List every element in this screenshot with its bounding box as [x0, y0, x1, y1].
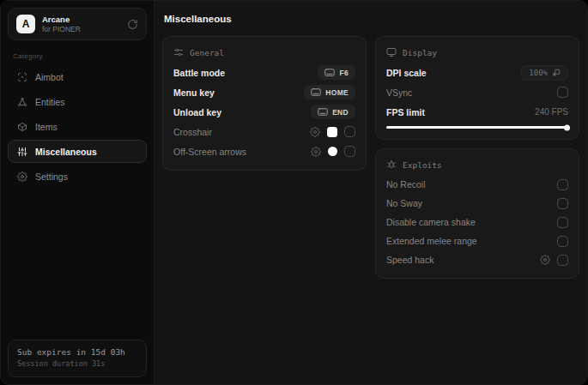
setting-row-battle-mode: Battle mode F6 — [173, 63, 355, 82]
monitor-icon — [386, 47, 397, 57]
general-panel-header: General — [173, 45, 355, 60]
setting-label: DPI scale — [386, 68, 427, 78]
exploits-panel: Exploits No Recoil No Sway Disable camer… — [375, 148, 579, 279]
setting-label: Battle mode — [173, 68, 225, 78]
profile-text: Arcane for PIONER — [42, 15, 120, 34]
setting-label: Unload key — [173, 107, 221, 117]
sub-expiry-text: Sub expires in 15d 03h — [17, 346, 137, 358]
fps-limit-slider[interactable] — [386, 124, 568, 130]
setting-label: Disable camera shake — [386, 217, 476, 227]
app-name: Arcane — [42, 15, 120, 25]
toggles-icon — [173, 47, 184, 57]
general-panel-title: General — [190, 48, 224, 57]
session-duration-text: Session duration 31s — [17, 358, 137, 370]
no-recoil-checkbox[interactable] — [557, 179, 568, 190]
setting-row-no-sway: No Sway — [386, 194, 568, 213]
sidebar-item-label: Aimbot — [35, 72, 64, 82]
refresh-icon[interactable] — [127, 19, 138, 30]
sidebar-item-entities[interactable]: Entities — [8, 90, 147, 113]
app-logo: A — [16, 15, 35, 33]
color-swatch[interactable] — [328, 147, 337, 156]
sidebar-item-items[interactable]: Items — [8, 115, 147, 138]
display-panel-header: Display — [386, 45, 568, 60]
general-panel: General Battle mode F6 Menu key — [162, 36, 367, 171]
gear-icon[interactable] — [540, 255, 550, 265]
package-icon — [16, 122, 27, 132]
setting-label: Crosshair — [173, 127, 212, 137]
no-sway-checkbox[interactable] — [557, 198, 568, 209]
setting-label: No Recoil — [386, 179, 426, 189]
unload-keybind[interactable]: END — [311, 105, 355, 119]
setting-label: Menu key — [173, 87, 215, 98]
setting-row-dpi-scale: DPI scale 100% — [386, 63, 568, 82]
sidebar-item-label: Items — [35, 122, 58, 132]
menu-keybind[interactable]: HOME — [304, 85, 355, 99]
gear-icon — [16, 171, 27, 182]
scaling-icon — [552, 69, 561, 77]
dpi-scale-value: 100% — [529, 69, 548, 77]
slider-knob[interactable] — [564, 124, 570, 130]
profile-card: A Arcane for PIONER — [8, 8, 147, 40]
keybind-value: F6 — [339, 69, 349, 77]
entities-icon — [16, 97, 27, 107]
sidebar-item-label: Settings — [35, 171, 68, 182]
color-swatch[interactable] — [327, 127, 337, 137]
vsync-checkbox[interactable] — [557, 87, 568, 98]
sidebar-item-settings[interactable]: Settings — [8, 165, 147, 188]
crosshair-icon — [16, 72, 27, 82]
setting-label: VSync — [386, 87, 412, 98]
bug-icon — [386, 159, 397, 170]
sidebar-item-miscellaneous[interactable]: Miscellaneous — [8, 140, 147, 163]
dpi-scale-select[interactable]: 100% — [521, 65, 568, 81]
exploits-panel-header: Exploits — [386, 157, 568, 172]
extended-melee-range-checkbox[interactable] — [557, 236, 568, 247]
setting-row-fps-limit: FPS limit 240 FPS — [386, 102, 568, 122]
setting-row-disable-camera-shake: Disable camera shake — [386, 213, 568, 232]
gear-icon[interactable] — [310, 127, 320, 137]
row-controls — [311, 146, 355, 157]
slider-fill — [386, 126, 568, 129]
display-panel: Display DPI scale 100% VSync — [375, 36, 579, 140]
keybind-value: HOME — [325, 88, 349, 97]
row-controls — [310, 126, 355, 137]
category-label: Category — [13, 52, 147, 60]
subscription-info: Sub expires in 15d 03h Session duration … — [8, 340, 147, 377]
right-column: Display DPI scale 100% VSync — [375, 36, 579, 279]
slider-track — [386, 126, 568, 129]
setting-row-no-recoil: No Recoil — [386, 175, 568, 194]
setting-row-vsync: VSync — [386, 82, 568, 102]
keyboard-icon — [318, 108, 328, 116]
crosshair-checkbox[interactable] — [344, 126, 355, 137]
setting-label: Off-Screen arrows — [173, 147, 246, 157]
battle-mode-keybind[interactable]: F6 — [318, 65, 355, 80]
app-window: A Arcane for PIONER Category Aimbot — [0, 0, 588, 385]
offscreen-arrows-checkbox[interactable] — [344, 146, 355, 157]
keyboard-icon — [324, 69, 335, 76]
fps-limit-value: 240 FPS — [535, 107, 568, 117]
setting-row-crosshair: Crosshair — [173, 122, 355, 141]
sidebar-item-label: Entities — [35, 97, 64, 107]
setting-label: Extended melee range — [386, 236, 477, 246]
panel-columns: General Battle mode F6 Menu key — [162, 36, 579, 279]
setting-label: Speed hack — [386, 255, 433, 265]
sliders-icon — [16, 147, 27, 157]
setting-row-unload-key: Unload key END — [173, 102, 355, 122]
sidebar-nav: Aimbot Entities Items Miscellaneous — [8, 65, 147, 188]
gear-icon[interactable] — [311, 147, 321, 157]
speed-hack-checkbox[interactable] — [557, 255, 568, 266]
setting-row-menu-key: Menu key HOME — [173, 82, 355, 102]
app-logo-letter: A — [22, 18, 30, 30]
sidebar-item-label: Miscellaneous — [35, 147, 97, 157]
setting-row-extended-melee-range: Extended melee range — [386, 232, 568, 250]
keyboard-icon — [311, 88, 321, 96]
exploits-panel-title: Exploits — [403, 160, 442, 170]
setting-label: FPS limit — [386, 107, 425, 117]
keybind-value: END — [332, 108, 349, 117]
setting-row-speed-hack: Speed hack — [386, 250, 568, 269]
row-controls — [540, 255, 568, 266]
sidebar-item-aimbot[interactable]: Aimbot — [8, 65, 147, 88]
setting-label: No Sway — [386, 198, 422, 208]
page-title: Miscellaneous — [164, 14, 579, 24]
setting-row-offscreen-arrows: Off-Screen arrows — [173, 141, 355, 161]
disable-camera-shake-checkbox[interactable] — [557, 217, 568, 228]
